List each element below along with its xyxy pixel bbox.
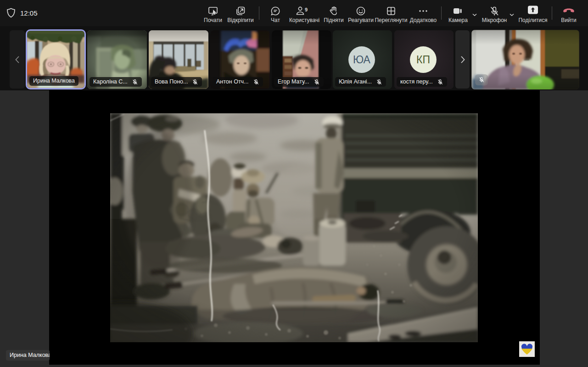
svg-text:ЮА: ЮА — [353, 54, 370, 66]
svg-text:9: 9 — [305, 7, 308, 12]
svg-text:КП: КП — [416, 54, 430, 66]
